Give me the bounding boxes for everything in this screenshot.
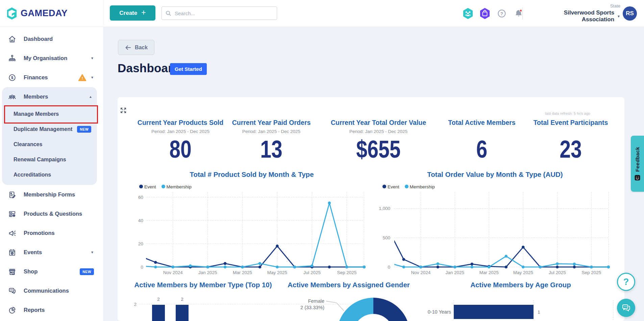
- feedback-label: Feedback: [635, 147, 641, 172]
- chart-legend: EventMembership: [139, 184, 192, 189]
- kpi-card-3: Total Active Members6: [436, 119, 528, 161]
- back-button[interactable]: Back: [118, 40, 154, 55]
- legend-item-event: Event: [139, 184, 156, 189]
- sidebar-item-label: Members: [24, 93, 48, 100]
- kpi-value: 6: [444, 137, 519, 161]
- chart-order-value-by-month: Total Order Value by Month & Type (AUD) …: [377, 170, 613, 282]
- smiley-icon: [635, 175, 640, 181]
- line-chart: 0204060Nov 2024Jan 2025Mar 2025May 2025J…: [133, 190, 370, 278]
- svg-text:Female: Female: [308, 298, 324, 304]
- legend-item-event: Event: [382, 184, 399, 189]
- sidebar-nav: DashboardMy Organisation▼$Finances!▼Memb…: [0, 27, 99, 320]
- svg-text:1: 1: [538, 310, 540, 315]
- sidebar-item-label: My Organisation: [24, 55, 67, 61]
- svg-text:20: 20: [138, 241, 143, 246]
- svg-text:Jan 2025: Jan 2025: [198, 270, 217, 275]
- org-switcher[interactable]: State Silverwood Sports Association ▼: [530, 3, 620, 23]
- sidebar-item-reports[interactable]: Reports: [0, 300, 99, 320]
- calendar-icon: [8, 248, 17, 257]
- chevron-up-icon: ▲: [89, 95, 92, 99]
- help-fab-button[interactable]: ?: [617, 273, 635, 291]
- sidebar: DashboardMy Organisation▼$Finances!▼Memb…: [0, 27, 103, 321]
- kpi-period: [436, 129, 528, 135]
- chart-products-sold-by-month: Total # Product Sold by Month & Type Eve…: [133, 170, 370, 282]
- svg-text:0-10 Years: 0-10 Years: [428, 309, 451, 315]
- legend-item-membership: Membership: [162, 184, 192, 189]
- org-name: Silverwood Sports Association: [530, 9, 614, 23]
- header-icon-group: ?: [462, 0, 524, 27]
- chart-legend: EventMembership: [382, 184, 435, 189]
- svg-text:Jul 2025: Jul 2025: [303, 270, 321, 275]
- sidebar-item-products-questions[interactable]: Products & Questions: [0, 204, 99, 223]
- svg-text:0: 0: [388, 265, 390, 270]
- create-button[interactable]: Create +: [110, 5, 155, 21]
- last-data-refresh: last data refresh: 5 hr/s ago: [537, 111, 598, 115]
- help-icon[interactable]: ?: [496, 7, 507, 20]
- warning-icon: !: [78, 74, 86, 81]
- sidebar-item-label: Accreditations: [14, 172, 51, 178]
- search-box[interactable]: [162, 6, 277, 20]
- legend-bullet: [162, 185, 165, 188]
- sidebar-subitem-manage-members[interactable]: Manage Members: [2, 106, 97, 122]
- feedback-tab[interactable]: Feedback: [631, 136, 644, 192]
- chart-title: Total Order Value by Month & Type (AUD): [377, 170, 613, 179]
- svg-text:May 2025: May 2025: [267, 270, 287, 275]
- network-hexagon-icon[interactable]: [462, 7, 474, 20]
- svg-text:2: 2: [157, 297, 160, 302]
- svg-text:Mar 2025: Mar 2025: [479, 270, 499, 275]
- home-icon: [8, 35, 17, 43]
- sidebar-subitem-duplicate-management[interactable]: Duplicate ManagementNEW: [2, 122, 97, 137]
- sidebar-item-members[interactable]: Members▲: [2, 87, 97, 106]
- svg-text:2 (33.33%): 2 (33.33%): [300, 305, 324, 310]
- legend-bullet: [139, 185, 143, 188]
- chart-title: Active Members by Member Type (Top 10): [132, 281, 274, 289]
- kpi-card-1: Current Year Paid OrdersPeriod: Jan 2025…: [227, 119, 316, 161]
- sidebar-item-finances[interactable]: $Finances!▼: [0, 68, 99, 87]
- sidebar-item-label: Products & Questions: [24, 211, 82, 217]
- donut-chart-gender: Female2 (33.33%): [284, 296, 416, 321]
- sidebar-subitem-renewal-campaigns[interactable]: Renewal Campaigns: [2, 152, 97, 167]
- sidebar-item-label: Events: [24, 249, 42, 256]
- svg-text:Sep 2025: Sep 2025: [337, 270, 356, 275]
- arrow-left-icon: [125, 44, 131, 51]
- kpi-value: 13: [235, 137, 308, 161]
- svg-text:2: 2: [181, 297, 183, 302]
- products-icon: [8, 210, 17, 218]
- expand-icon[interactable]: [120, 107, 127, 114]
- sidebar-item-label: Manage Members: [14, 111, 59, 117]
- pie-chart-icon: [8, 306, 17, 314]
- sidebar-item-my-organisation[interactable]: My Organisation▼: [0, 49, 99, 68]
- new-badge: NEW: [77, 126, 91, 133]
- legend-item-membership: Membership: [405, 184, 435, 189]
- sidebar-item-communications[interactable]: Communications: [0, 281, 99, 300]
- get-started-button[interactable]: Get Started: [170, 63, 207, 75]
- new-badge: NEW: [80, 268, 94, 275]
- kpi-title: Total Active Members: [436, 119, 528, 127]
- create-button-label: Create: [119, 10, 137, 17]
- kpi-title: Current Year Total Order Value: [323, 119, 434, 127]
- legend-bullet: [382, 185, 386, 188]
- sidebar-item-dashboard[interactable]: Dashboard: [0, 29, 99, 49]
- megaphone-icon: [8, 229, 17, 237]
- sidebar-item-label: Communications: [24, 288, 69, 294]
- kpi-title: Total Event Participants: [525, 119, 616, 127]
- svg-text:Sep 2025: Sep 2025: [581, 270, 601, 275]
- sidebar-item-events[interactable]: Events▼: [0, 243, 99, 262]
- kpi-value: 80: [143, 137, 218, 161]
- sidebar-item-promotions[interactable]: Promotions: [0, 223, 99, 243]
- avatar[interactable]: RS: [623, 6, 637, 21]
- chat-fab-button[interactable]: [617, 299, 635, 317]
- chart-title: Total # Product Sold by Month & Type: [133, 170, 370, 179]
- marketplace-hexagon-icon[interactable]: [479, 7, 491, 20]
- sidebar-item-shop[interactable]: ShopNEW: [0, 262, 99, 281]
- bar-chart-age-group: 0-10 Years1: [419, 296, 629, 321]
- kpi-card-0: Current Year Products SoldPeriod: Jan 20…: [134, 119, 226, 161]
- search-input[interactable]: [174, 10, 273, 17]
- svg-text:May 2025: May 2025: [513, 270, 533, 275]
- svg-text:60: 60: [138, 195, 143, 200]
- sidebar-subitem-clearances[interactable]: Clearances: [2, 137, 97, 152]
- sidebar-subitem-accreditations[interactable]: Accreditations: [2, 167, 97, 182]
- sidebar-item-membership-forms[interactable]: Membership Forms: [0, 185, 99, 204]
- kpi-period: Period: Jan 2025 - Dec 2025: [323, 129, 434, 135]
- sidebar-item-label: Clearances: [14, 141, 42, 148]
